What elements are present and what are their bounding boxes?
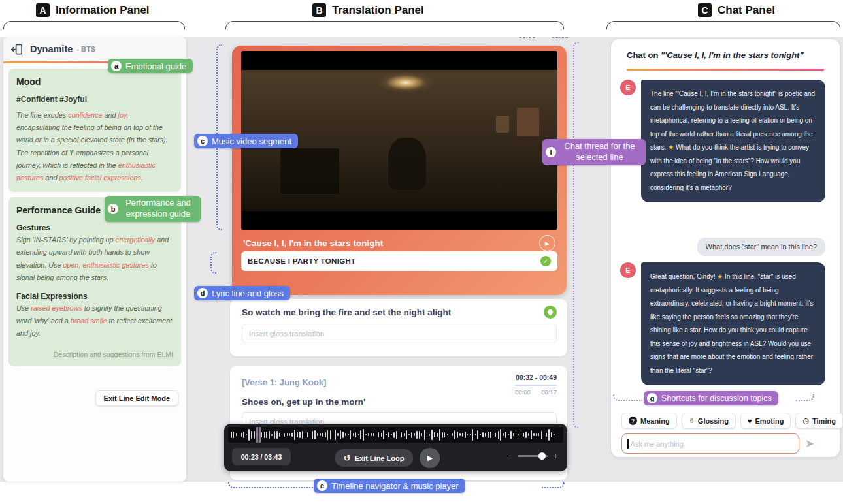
annotation-b-performance-guide: b Performance and expression guide — [105, 196, 201, 222]
volume-slider[interactable] — [518, 455, 548, 457]
annotation-g-letter: g — [647, 393, 657, 403]
assistant-avatar: E — [620, 262, 636, 278]
heart-icon: ♥ — [748, 417, 752, 425]
gloss-placeholder: Insert gloss translation — [249, 330, 324, 338]
annotation-d-lyric-gloss: d Lyric line and gloss — [194, 286, 290, 300]
selected-lyric-line: 'Cause I, I, I'm in the stars tonight — [243, 238, 383, 248]
chat-input[interactable]: Ask me anything — [621, 433, 799, 454]
next-lyric-line: So watch me bring the fire and set the n… — [242, 307, 451, 317]
annotation-f-chat-thread: f Chat thread for the selected line — [542, 139, 646, 165]
annotation-b-letter: b — [108, 204, 118, 214]
gloss-saved-check-icon: ✓ — [540, 256, 551, 266]
panel-a-title: Information Panel — [56, 4, 150, 17]
mood-description: The line exudes confidence and joy, enca… — [16, 109, 173, 184]
mood-section: Mood #Confident #Joyful The line exudes … — [8, 69, 181, 192]
callout-line-e-left — [228, 482, 314, 488]
panel-a-letter: A — [36, 3, 50, 17]
verse-time-start: 00:00 — [515, 388, 531, 396]
annotation-g-shortcuts: g Shortcuts for discussion topics — [644, 391, 778, 405]
assistant-avatar: E — [620, 80, 636, 95]
callout-line-f — [573, 42, 579, 428]
shortcut-glossing-button[interactable]: ✌ Glossing — [682, 413, 736, 429]
send-icon[interactable]: ➤ — [805, 437, 814, 450]
volume-knob[interactable] — [538, 452, 546, 460]
user-message: What does "star" mean in this line? — [697, 238, 825, 256]
mood-title: Mood — [16, 76, 173, 87]
panel-b-title: Translation Panel — [332, 4, 424, 17]
exit-icon[interactable] — [11, 43, 24, 55]
figure-canvas: A Information Panel B Translation Panel … — [0, 0, 843, 504]
information-panel: Dynamite - BTS Mood #Confident #Joyful T… — [3, 37, 186, 482]
music-player: 00:23 / 03:43 ↺ Exit Line Loop ▶ − + — [224, 424, 567, 471]
gloss-value: BECAUSE I PARTY TONIGHT — [248, 257, 355, 265]
chat-header: Chat on "'Cause I, I, I'm in the stars t… — [627, 50, 825, 60]
song-header: Dynamite - BTS — [3, 37, 186, 61]
figure-label-b: B Translation Panel — [312, 3, 424, 17]
annotation-c-music-video: c Music video segment — [194, 134, 298, 148]
song-title: Dynamite — [30, 44, 73, 54]
panel-b-letter: B — [312, 3, 326, 17]
callout-line-e-right — [542, 482, 565, 488]
annotation-a-letter: a — [111, 61, 122, 71]
panel-c-title: Chat Panel — [718, 4, 775, 17]
wall-poster-shape — [517, 108, 539, 136]
loop-icon: ↺ — [344, 453, 351, 463]
play-button[interactable]: ▶ — [420, 448, 440, 468]
person-silhouette — [388, 138, 426, 190]
clipped-time-end: 00:09 — [552, 37, 569, 39]
panel-c-letter: C — [698, 3, 712, 17]
bracket-info-panel — [3, 21, 185, 29]
selected-gloss-input[interactable]: BECAUSE I PARTY TONIGHT ✓ — [241, 251, 557, 271]
elmi-attribution: Description and suggestions from ELMI — [16, 351, 173, 358]
next-gloss-input[interactable]: Insert gloss translation — [242, 324, 557, 343]
verse-times: 00:32 - 00:49 00:00 00:17 — [515, 373, 557, 396]
bracket-translation-panel — [225, 21, 564, 29]
annotation-a-emotional-guide: a Emotional guide — [108, 59, 193, 73]
clipped-time-start: 00:50 — [518, 37, 535, 39]
annotation-f-letter: f — [546, 147, 556, 157]
annotation-e-letter: e — [317, 480, 327, 491]
callout-line-d — [210, 252, 216, 274]
question-icon: ? — [629, 417, 637, 425]
playhead[interactable] — [256, 427, 261, 443]
bracket-chat-panel — [606, 21, 840, 29]
chat-header-quote: "'Cause I, I, I'm in the stars tonight" — [661, 50, 804, 60]
annotation-e-timeline-player: e Timeline navigator & music player — [314, 479, 465, 493]
waveform[interactable] — [228, 427, 563, 443]
volume-control[interactable]: − + — [508, 451, 558, 461]
shortcut-meaning-button[interactable]: ? Meaning — [621, 413, 677, 429]
performance-guide-section: Performance Guide Gestures Sign 'IN-STAR… — [8, 197, 181, 366]
volume-minus-icon[interactable]: − — [508, 451, 513, 461]
shortcut-timing-button[interactable]: ◷ Timing — [795, 413, 842, 429]
verse-time-end: 00:17 — [541, 388, 557, 396]
hands-icon: ✌ — [689, 417, 695, 425]
annotation-d-letter: d — [197, 288, 208, 298]
song-artist: - BTS — [76, 45, 95, 53]
gestures-title: Gestures — [16, 223, 173, 232]
exit-line-loop-button[interactable]: ↺ Exit Line Loop — [335, 449, 414, 467]
assistant-message-2: Great question, Cindy! ★ In this line, "… — [641, 262, 825, 385]
gestures-description: Sign 'IN-STARS' by pointing up energetic… — [16, 234, 173, 284]
volume-plus-icon[interactable]: + — [553, 451, 558, 461]
verse-time-range: 00:32 - 00:49 — [516, 373, 557, 381]
verse-header: [Verse 1: Jung Kook] — [242, 373, 326, 387]
shortcut-emoting-button[interactable]: ♥ Emoting — [740, 413, 791, 429]
callout-line-g-left — [613, 394, 642, 401]
chat-header-divider — [627, 69, 824, 71]
line-marker-icon[interactable] — [544, 306, 557, 319]
play-line-icon[interactable]: ▶ — [539, 235, 555, 251]
keyboard-silhouette — [280, 148, 339, 194]
clipped-timestamps: 00:50 00:09 — [497, 37, 569, 42]
verse-progress-track — [515, 385, 557, 386]
facial-expressions-title: Facial Expressions — [16, 292, 173, 301]
verse-lyric-line: Shoes on, get up in the morn' — [242, 397, 365, 407]
exit-line-edit-mode-button[interactable]: Exit Line Edit Mode — [95, 390, 178, 406]
annotation-c-letter: c — [197, 136, 208, 146]
clock-icon: ◷ — [802, 417, 809, 425]
callout-line-g-right — [795, 394, 814, 401]
figure-label-a: A Information Panel — [36, 3, 150, 17]
selected-line-card: 'Cause I, I, I'm in the stars tonight ▶ … — [232, 46, 567, 295]
playback-time: 00:23 / 03:43 — [232, 448, 291, 465]
figure-label-c: C Chat Panel — [698, 3, 775, 17]
chat-input-placeholder: Ask me anything — [631, 440, 684, 448]
